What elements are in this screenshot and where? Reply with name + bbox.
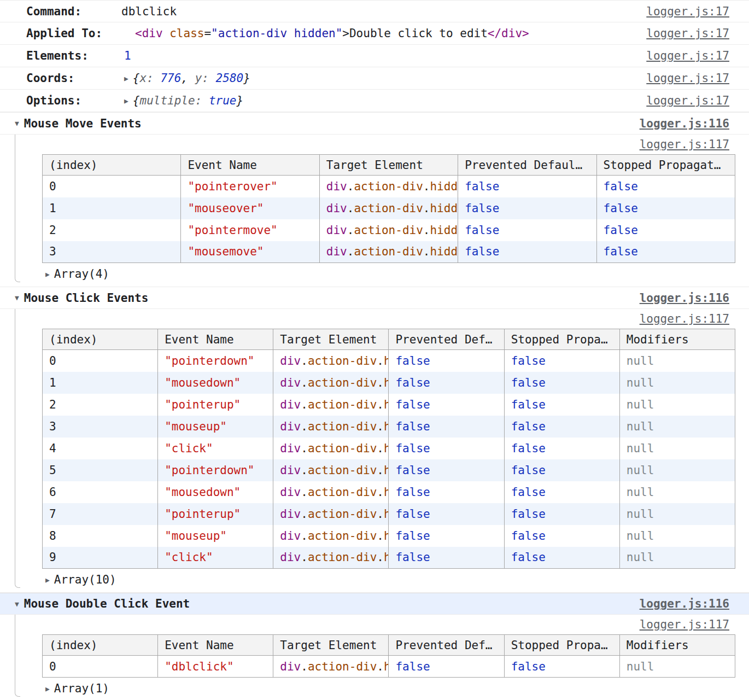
- table-cell: false: [458, 219, 596, 241]
- group-header-mouse-move-events[interactable]: ▼ Mouse Move Events logger.js:116: [0, 113, 749, 135]
- column-header[interactable]: Target Element: [273, 635, 389, 656]
- expand-triangle-icon[interactable]: ▶: [45, 270, 50, 278]
- column-header[interactable]: (index): [43, 635, 158, 656]
- column-header[interactable]: Target Element: [273, 329, 389, 350]
- target-element-cell: div.action-div.hidden: [273, 372, 389, 394]
- table-cell: "pointerover": [181, 176, 319, 197]
- table-cell: false: [389, 438, 504, 459]
- array-label: Array(1): [54, 682, 109, 695]
- table-cell: false: [389, 547, 504, 569]
- table-cell: "click": [158, 547, 273, 569]
- table-cell: 0: [43, 350, 158, 372]
- source-link[interactable]: logger.js:17: [646, 49, 729, 62]
- target-element-cell: div.action-div.hidden: [319, 241, 458, 263]
- source-link[interactable]: logger.js:116: [640, 597, 729, 610]
- options-object-preview[interactable]: {multiple: true}: [133, 94, 243, 107]
- table-message-row: logger.js:117: [0, 135, 749, 154]
- table-cell: "click": [158, 438, 273, 459]
- expand-triangle-icon[interactable]: ▶: [45, 576, 50, 584]
- table-cell: null: [619, 350, 735, 372]
- column-header[interactable]: Prevented Def…: [389, 635, 504, 656]
- group-content: logger.js:117 (index)Event NameTarget El…: [0, 309, 749, 592]
- column-header[interactable]: Event Name: [181, 155, 319, 176]
- elements-count: 1: [124, 49, 131, 62]
- table-cell: false: [389, 416, 504, 438]
- table-cell: null: [619, 481, 735, 503]
- row-label: Options:: [26, 94, 121, 107]
- group-content: logger.js:117 (index)Event NameTarget El…: [0, 135, 749, 287]
- target-element-cell: div.action-div.hidden: [319, 219, 458, 241]
- mouse-double-click-event-table: (index)Event NameTarget ElementPrevented…: [42, 634, 735, 678]
- target-element-cell: div.action-div.hidden: [273, 481, 389, 503]
- table-cell: 6: [43, 481, 158, 503]
- column-header[interactable]: Prevented Defaul…: [458, 155, 596, 176]
- table-cell: null: [619, 372, 735, 394]
- group-header-mouse-double-click-event[interactable]: ▼ Mouse Double Click Event logger.js:116: [0, 593, 749, 615]
- source-link[interactable]: logger.js:17: [646, 27, 729, 40]
- column-header[interactable]: Modifiers: [619, 635, 735, 656]
- column-header[interactable]: (index): [43, 329, 158, 350]
- expand-triangle-icon[interactable]: ▶: [45, 685, 50, 693]
- target-element-cell: div.action-div.hidden: [273, 656, 389, 678]
- column-header[interactable]: Stopped Propa…: [504, 329, 619, 350]
- applied-to-element[interactable]: <div class="action-div hidden">Double cl…: [135, 27, 529, 40]
- table-cell: 3: [43, 241, 181, 263]
- coords-object-preview[interactable]: {x: 776, y: 2580}: [133, 72, 250, 85]
- collapse-triangle-icon[interactable]: ▼: [15, 600, 19, 608]
- array-label: Array(10): [54, 573, 116, 586]
- source-link[interactable]: logger.js:117: [640, 138, 729, 151]
- table-cell: "pointerup": [158, 503, 273, 525]
- array-expander[interactable]: ▶ Array(10): [0, 569, 749, 591]
- group-header-mouse-click-events[interactable]: ▼ Mouse Click Events logger.js:116: [0, 287, 749, 309]
- group-content: logger.js:117 (index)Event NameTarget El…: [0, 615, 749, 700]
- table-row: 6"mousedown"div.action-div.hiddenfalsefa…: [43, 481, 735, 503]
- console-row-command: Command: dblclick logger.js:17: [0, 0, 749, 22]
- expand-triangle-icon[interactable]: ▶: [124, 74, 128, 83]
- table-row: 2"pointermove"div.action-div.hiddenfalse…: [43, 219, 735, 241]
- table-cell: false: [596, 197, 735, 219]
- target-element-cell: div.action-div.hidden: [319, 176, 458, 197]
- source-link[interactable]: logger.js:117: [640, 618, 729, 631]
- table-cell: false: [389, 372, 504, 394]
- array-expander[interactable]: ▶ Array(1): [0, 678, 749, 699]
- source-link[interactable]: logger.js:116: [640, 291, 729, 305]
- table-cell: "pointerdown": [158, 350, 273, 372]
- column-header[interactable]: Modifiers: [619, 329, 735, 350]
- target-element-cell: div.action-div.hidden: [273, 350, 389, 372]
- console-log: Command: dblclick logger.js:17 Applied T…: [0, 0, 749, 700]
- table-cell: false: [596, 219, 735, 241]
- group-title: Mouse Double Click Event: [24, 597, 190, 610]
- source-link[interactable]: logger.js:116: [640, 117, 729, 130]
- console-row-options: Options: ▶ {multiple: true} logger.js:17: [0, 90, 749, 112]
- column-header[interactable]: Stopped Propagat…: [596, 155, 735, 176]
- column-header[interactable]: Event Name: [158, 329, 273, 350]
- table-cell: 9: [43, 547, 158, 569]
- source-link[interactable]: logger.js:117: [640, 312, 729, 325]
- table-message-row: logger.js:117: [0, 309, 749, 329]
- column-header[interactable]: Event Name: [158, 635, 273, 656]
- collapse-triangle-icon[interactable]: ▼: [15, 294, 19, 302]
- events-table-wrap: (index)Event NameTarget ElementPrevented…: [42, 329, 735, 569]
- expand-triangle-icon[interactable]: ▶: [124, 97, 128, 105]
- table-row: 9"click"div.action-div.hiddenfalsefalsen…: [43, 547, 735, 569]
- collapse-triangle-icon[interactable]: ▼: [15, 119, 19, 127]
- target-element-cell: div.action-div.hidden: [273, 416, 389, 438]
- table-cell: false: [504, 481, 619, 503]
- table-cell: "pointerup": [158, 394, 273, 416]
- table-cell: null: [619, 438, 735, 459]
- target-element-cell: div.action-div.hidden: [319, 197, 458, 219]
- source-link[interactable]: logger.js:17: [646, 94, 729, 107]
- array-expander[interactable]: ▶ Array(4): [0, 263, 749, 285]
- table-row: 7"pointerup"div.action-div.hiddenfalsefa…: [43, 503, 735, 525]
- table-cell: null: [619, 503, 735, 525]
- column-header[interactable]: (index): [43, 155, 181, 176]
- table-cell: false: [504, 394, 619, 416]
- row-label: Applied To:: [26, 27, 121, 40]
- source-link[interactable]: logger.js:17: [646, 72, 729, 85]
- column-header[interactable]: Prevented Def…: [389, 329, 504, 350]
- table-cell: false: [504, 503, 619, 525]
- column-header[interactable]: Stopped Propa…: [504, 635, 619, 656]
- column-header[interactable]: Target Element: [319, 155, 458, 176]
- table-cell: "mouseover": [181, 197, 319, 219]
- source-link[interactable]: logger.js:17: [646, 5, 729, 18]
